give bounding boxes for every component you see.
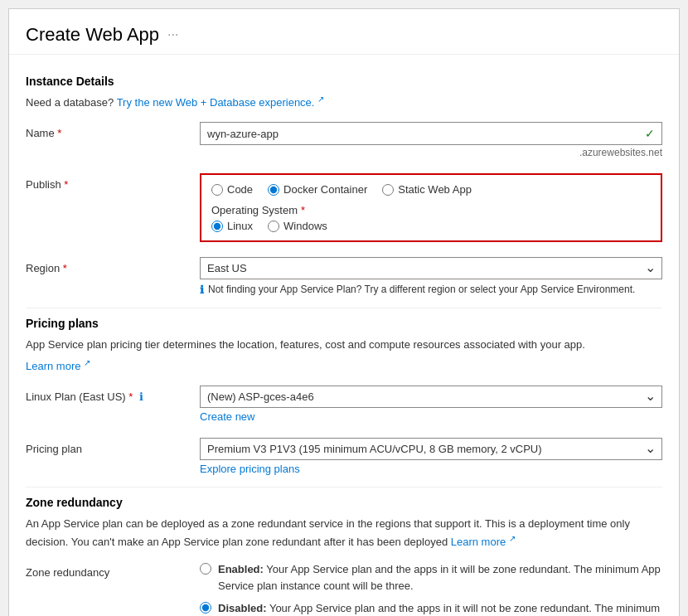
os-windows-label: Windows <box>283 220 327 232</box>
zone-enabled-desc: Your App Service plan and the apps in it… <box>218 563 661 592</box>
publish-os-box: Code Docker Container Static Web App <box>200 173 662 242</box>
zone-options-group: Enabled: Your App Service plan and the a… <box>200 561 662 616</box>
name-valid-icon: ✓ <box>645 127 655 140</box>
db-prompt-row: Need a database? Try the new Web + Datab… <box>26 95 662 109</box>
publish-staticwebapp-option[interactable]: Static Web App <box>382 183 472 196</box>
os-linux-option[interactable]: Linux <box>211 220 253 232</box>
explore-pricing-link[interactable]: Explore pricing plans <box>200 463 662 475</box>
zone-redundancy-field-row: Zone redundancy Enabled: Your App Servic… <box>26 558 662 616</box>
region-required: * <box>63 262 67 274</box>
publish-os-control: Code Docker Container Static Web App <box>200 173 662 242</box>
linux-plan-required: * <box>128 390 133 403</box>
pricing-plans-title: Pricing plans <box>26 317 662 330</box>
os-windows-option[interactable]: Windows <box>268 220 327 232</box>
linux-plan-control: (New) ASP-gces-a4e6 Create new <box>200 386 662 423</box>
zone-redundancy-desc: An App Service plan can be deployed as a… <box>26 516 662 550</box>
zone-learn-more-link[interactable]: Learn more ↗ <box>451 536 516 548</box>
os-row: Operating System * Linux Windows <box>211 204 651 232</box>
zone-redundancy-control: Enabled: Your App Service plan and the a… <box>200 561 662 616</box>
linux-plan-label: Linux Plan (East US) * ℹ <box>26 386 200 403</box>
divider-1 <box>26 308 662 308</box>
publish-required: * <box>64 178 68 191</box>
region-info-text: Not finding your App Service Plan? Try a… <box>208 284 635 295</box>
zone-redundancy-title: Zone redundancy <box>26 496 662 509</box>
publish-staticwebapp-label: Static Web App <box>398 183 472 196</box>
linux-plan-select-wrapper: (New) ASP-gces-a4e6 <box>200 386 662 408</box>
instance-details-title: Instance Details <box>26 75 662 88</box>
learn-more-row: Learn more ↗ <box>26 358 662 372</box>
linux-plan-select[interactable]: (New) ASP-gces-a4e6 <box>200 386 662 408</box>
publish-code-option[interactable]: Code <box>211 183 253 196</box>
zone-disabled-desc: Your App Service plan and the apps in it… <box>218 602 660 616</box>
name-input[interactable] <box>207 128 645 140</box>
info-icon: ℹ <box>200 284 204 296</box>
zone-redundancy-section: Zone redundancy An App Service plan can … <box>26 496 662 616</box>
region-select-wrapper: East US West US West Europe Southeast As… <box>200 257 662 279</box>
pricing-learn-more-link[interactable]: Learn more ↗ <box>26 360 90 372</box>
zone-enabled-label: Enabled: <box>218 563 264 575</box>
region-info-note: ℹ Not finding your App Service Plan? Try… <box>200 284 662 296</box>
zone-disabled-label: Disabled: <box>218 602 267 614</box>
region-select[interactable]: East US West US West Europe Southeast As… <box>200 257 662 279</box>
pricing-plan-label: Pricing plan <box>26 438 200 455</box>
content-area: Instance Details Need a database? Try th… <box>9 55 679 616</box>
divider-2 <box>26 487 662 487</box>
zone-enabled-radio[interactable] <box>200 563 211 575</box>
db-prompt-text: Need a database? <box>26 96 117 109</box>
publish-os-field-row: Publish * Code Docker Container <box>26 170 662 242</box>
os-required: * <box>301 204 305 216</box>
zone-disabled-radio[interactable] <box>200 602 211 614</box>
db-experience-link[interactable]: Try the new Web + Database experience. ↗ <box>117 96 324 109</box>
zone-disabled-option[interactable]: Disabled: Your App Service plan and the … <box>200 600 662 616</box>
name-label: Name * <box>26 122 200 139</box>
os-label: Operating System <box>211 204 298 216</box>
os-radio-group: Linux Windows <box>211 220 651 232</box>
name-required: * <box>57 127 61 139</box>
pricing-plan-select[interactable]: Premium V3 P1V3 (195 minimum ACU/vCPU, 8… <box>200 438 662 460</box>
name-input-wrapper: ✓ <box>200 122 662 145</box>
os-linux-label: Linux <box>227 220 253 232</box>
region-control: East US West US West Europe Southeast As… <box>200 257 662 296</box>
publish-label: Publish * <box>26 173 200 191</box>
publish-radio-group: Code Docker Container Static Web App <box>211 183 651 196</box>
zone-disabled-text: Disabled: Your App Service plan and the … <box>218 600 662 616</box>
pricing-plan-select-wrapper: Premium V3 P1V3 (195 minimum ACU/vCPU, 8… <box>200 438 662 460</box>
region-label: Region * <box>26 257 200 274</box>
publish-code-label: Code <box>227 183 253 196</box>
header-ellipsis: ··· <box>167 27 178 42</box>
zone-enabled-option[interactable]: Enabled: Your App Service plan and the a… <box>200 561 662 594</box>
region-field-row: Region * East US West US West Europe Sou… <box>26 254 662 296</box>
zone-redundancy-label: Zone redundancy <box>26 561 200 579</box>
name-control: ✓ .azurewebsites.net <box>200 122 662 158</box>
linux-plan-info-icon: ℹ <box>139 390 143 403</box>
page-title: Create Web App <box>26 24 159 46</box>
page-header: Create Web App ··· <box>9 9 679 55</box>
pricing-plans-desc: App Service plan pricing tier determines… <box>26 337 662 353</box>
create-new-link[interactable]: Create new <box>200 410 662 423</box>
name-field-row: Name * ✓ .azurewebsites.net <box>26 119 662 158</box>
publish-docker-option[interactable]: Docker Container <box>268 183 367 196</box>
publish-docker-label: Docker Container <box>283 183 367 196</box>
pricing-plan-field-row: Pricing plan Premium V3 P1V3 (195 minimu… <box>26 434 662 475</box>
linux-plan-field-row: Linux Plan (East US) * ℹ (New) ASP-gces-… <box>26 382 662 423</box>
pricing-plan-control: Premium V3 P1V3 (195 minimum ACU/vCPU, 8… <box>200 438 662 475</box>
domain-suffix: .azurewebsites.net <box>200 147 662 158</box>
zone-enabled-text: Enabled: Your App Service plan and the a… <box>218 561 662 594</box>
main-container: Create Web App ··· Instance Details Need… <box>8 8 680 616</box>
